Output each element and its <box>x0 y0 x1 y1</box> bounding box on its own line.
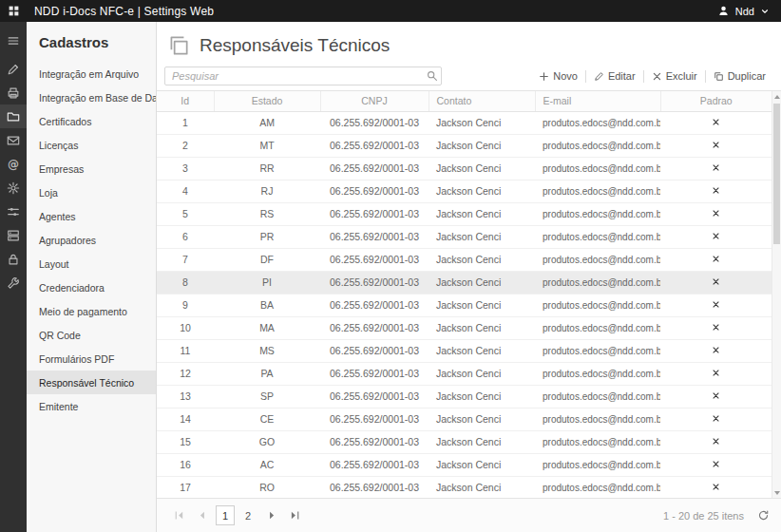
next-page-button[interactable] <box>261 505 282 526</box>
column-header-id[interactable]: Id <box>157 91 214 111</box>
page-button[interactable]: 2 <box>238 505 257 525</box>
sidebar-heading: Cadastros <box>27 22 156 62</box>
rail-item-at-sign[interactable]: @ <box>0 152 27 176</box>
sidebar-item[interactable]: Layout <box>27 252 156 276</box>
table-row[interactable]: 11MS06.255.692/0001-03Jackson Cenciprodu… <box>157 339 771 362</box>
rail-item-mail[interactable] <box>0 128 27 152</box>
cell-padrao <box>660 316 771 339</box>
scrollbar-down-arrow[interactable] <box>774 491 780 495</box>
sidebar-item[interactable]: Integração em Arquivo <box>27 62 156 86</box>
sidebar-item[interactable]: Responsável Técnico <box>27 370 156 394</box>
sidebar-item[interactable]: Licenças <box>27 133 156 157</box>
table-row[interactable]: 17RO06.255.692/0001-03Jackson Cenciprodu… <box>157 476 771 498</box>
cell-contato: Jackson Cenci <box>429 294 535 316</box>
cell-padrao <box>660 248 771 271</box>
table-row[interactable]: 9BA06.255.692/0001-03Jackson Cenciprodut… <box>157 294 771 316</box>
sidebar-item[interactable]: Credenciadora <box>27 276 156 299</box>
controls-row: Novo Editar Excluir Duplic <box>157 62 781 90</box>
user-menu[interactable]: Ndd <box>717 5 781 17</box>
cell-padrao <box>660 271 771 294</box>
edit-button[interactable]: Editar <box>586 68 643 84</box>
first-page-button[interactable] <box>168 505 189 526</box>
column-header-email[interactable]: E-mail <box>535 91 660 111</box>
rail-item-tools[interactable] <box>0 57 27 81</box>
table-row[interactable]: 3RR06.255.692/0001-03Jackson Cenciprodut… <box>157 157 771 180</box>
sidebar-item[interactable]: Integração em Base de Dados <box>27 86 156 109</box>
cell-cnpj: 06.255.692/0001-03 <box>320 294 429 316</box>
sidebar-item[interactable]: Formulários PDF <box>27 347 156 370</box>
sidebar-item-label: Agrupadores <box>39 235 96 246</box>
rail-item-gear[interactable] <box>0 176 27 200</box>
rail-item-wrench[interactable] <box>0 271 27 294</box>
main-content: Responsáveis Técnicos Novo Editar <box>157 22 781 532</box>
cell-cnpj: 06.255.692/0001-03 <box>320 316 429 339</box>
cell-cnpj: 06.255.692/0001-03 <box>320 339 429 362</box>
table-row[interactable]: 6PR06.255.692/0001-03Jackson Cenciprodut… <box>157 225 771 248</box>
table-row[interactable]: 14CE06.255.692/0001-03Jackson Cenciprodu… <box>157 408 771 430</box>
rail-item-menu[interactable] <box>0 28 27 52</box>
table-row[interactable]: 13SP06.255.692/0001-03Jackson Cenciprodu… <box>157 385 771 408</box>
scrollbar-thumb[interactable] <box>773 104 780 244</box>
last-page-button[interactable] <box>284 505 305 526</box>
search-icon[interactable] <box>426 69 438 82</box>
table-row[interactable]: 7DF06.255.692/0001-03Jackson Cenciprodut… <box>157 248 771 271</box>
rail-item-lock[interactable] <box>0 247 27 271</box>
menu-icon <box>7 34 20 48</box>
rail-item-server[interactable] <box>0 223 27 247</box>
column-header-contato[interactable]: Contato <box>429 91 535 111</box>
cell-id: 2 <box>157 134 214 157</box>
cell-contato: Jackson Cenci <box>429 134 535 157</box>
table-body: 1AM06.255.692/0001-03Jackson Cenciprodut… <box>157 111 771 498</box>
cell-id: 16 <box>157 453 214 476</box>
table-row[interactable]: 10MA06.255.692/0001-03Jackson Cenciprodu… <box>157 316 771 339</box>
previous-page-button[interactable] <box>191 505 212 526</box>
cell-padrao <box>660 339 771 362</box>
cell-email: produtos.edocs@ndd.com.br <box>535 271 660 294</box>
new-button[interactable]: Novo <box>531 68 585 84</box>
plus-icon <box>539 71 549 82</box>
table-row[interactable]: 5RS06.255.692/0001-03Jackson Cenciprodut… <box>157 202 771 225</box>
table-row[interactable]: 16AC06.255.692/0001-03Jackson Cenciprodu… <box>157 453 771 476</box>
x-mark-icon <box>712 163 720 172</box>
cell-email: produtos.edocs@ndd.com.br <box>535 225 660 248</box>
sidebar-item[interactable]: Meio de pagamento <box>27 299 156 323</box>
apps-menu-button[interactable] <box>0 0 27 22</box>
search-input[interactable] <box>164 66 442 86</box>
x-mark-icon <box>712 118 720 126</box>
table-row[interactable]: 4RJ06.255.692/0001-03Jackson Cenciprodut… <box>157 180 771 202</box>
sidebar-item[interactable]: Agrupadores <box>27 228 156 252</box>
duplicate-button[interactable]: Duplicar <box>706 68 773 84</box>
cell-id: 15 <box>157 430 214 453</box>
column-header-padrao[interactable]: Padrao <box>660 91 771 111</box>
sidebar-item[interactable]: QR Code <box>27 323 156 347</box>
at-sign-icon: @ <box>8 158 19 171</box>
column-header-estado[interactable]: Estado <box>214 91 320 111</box>
rail-item-sliders[interactable] <box>0 200 27 223</box>
sidebar-item[interactable]: Agentes <box>27 204 156 228</box>
cell-email: produtos.edocs@ndd.com.br <box>535 316 660 339</box>
table-row[interactable]: 12PA06.255.692/0001-03Jackson Cenciprodu… <box>157 362 771 385</box>
scrollbar-up-arrow[interactable] <box>774 95 780 99</box>
sidebar-item-label: Empresas <box>39 163 84 175</box>
cell-email: produtos.edocs@ndd.com.br <box>535 248 660 271</box>
cell-id: 8 <box>157 271 214 294</box>
sidebar-item[interactable]: Loja <box>27 180 156 204</box>
sidebar-item[interactable]: Emitente <box>27 394 156 418</box>
rail-item-printer[interactable] <box>0 81 27 104</box>
table-row[interactable]: 15GO06.255.692/0001-03Jackson Cenciprodu… <box>157 430 771 453</box>
table-row[interactable]: 8PI06.255.692/0001-03Jackson Cenciprodut… <box>157 271 771 294</box>
vertical-scrollbar[interactable] <box>771 91 781 498</box>
page-button[interactable]: 1 <box>216 505 235 525</box>
mail-icon <box>7 134 20 147</box>
table-row[interactable]: 2MT06.255.692/0001-03Jackson Cenciprodut… <box>157 134 771 157</box>
refresh-icon[interactable] <box>757 509 770 522</box>
column-header-cnpj[interactable]: CNPJ <box>320 91 429 111</box>
delete-button[interactable]: Excluir <box>644 68 705 84</box>
table-row[interactable]: 1AM06.255.692/0001-03Jackson Cenciprodut… <box>157 111 771 134</box>
rail-item-folder[interactable] <box>0 104 27 128</box>
cell-estado: RO <box>214 476 320 498</box>
sidebar-item[interactable]: Certificados <box>27 109 156 133</box>
cell-contato: Jackson Cenci <box>429 271 535 294</box>
sidebar-item[interactable]: Empresas <box>27 157 156 180</box>
cell-contato: Jackson Cenci <box>429 157 535 180</box>
